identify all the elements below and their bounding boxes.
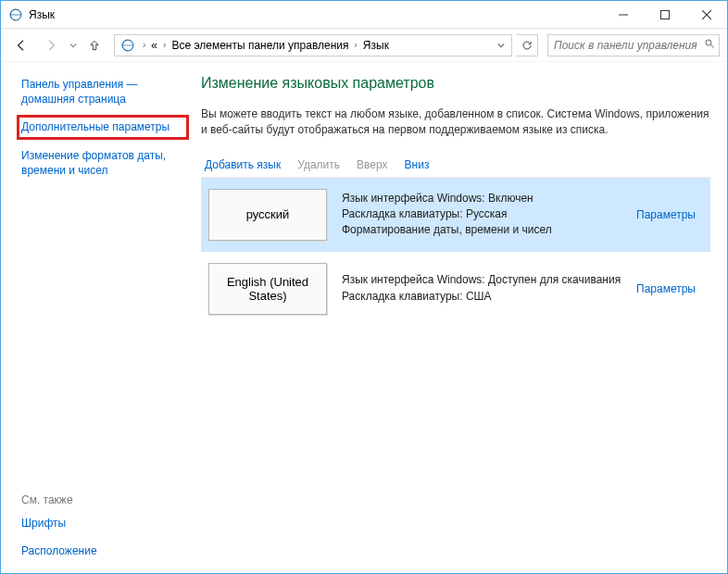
language-toolbar: Добавить язык Удалить Вверх Вниз <box>201 155 710 178</box>
language-info-line: Язык интерфейса Windows: Доступен для ск… <box>342 272 621 288</box>
language-name: English (United States) <box>213 275 322 303</box>
breadcrumb-leaf[interactable]: Язык <box>361 39 391 52</box>
refresh-button[interactable] <box>516 34 538 56</box>
svg-line-3 <box>702 10 711 19</box>
language-info: Язык интерфейса Windows: Включен Расклад… <box>342 191 621 239</box>
language-list: русский Язык интерфейса Windows: Включен… <box>201 178 710 326</box>
sidebar-advanced-link[interactable]: Дополнительные параметры <box>21 119 184 134</box>
move-up-button[interactable]: Вверх <box>357 158 387 171</box>
title-bar: Язык <box>1 1 727 29</box>
language-info: Язык интерфейса Windows: Доступен для ск… <box>342 272 621 305</box>
app-icon <box>8 7 23 22</box>
minimize-button[interactable] <box>602 1 644 28</box>
language-info-line: Раскладка клавиатуры: США <box>342 289 621 305</box>
breadcrumb-ellipsis[interactable]: « <box>149 39 159 52</box>
breadcrumb-field[interactable]: › « › Все элементы панели управления › Я… <box>114 34 512 56</box>
svg-line-7 <box>711 45 714 48</box>
language-info-line: Форматирование даты, времени и чисел <box>342 222 621 238</box>
svg-line-4 <box>702 10 711 19</box>
maximize-button[interactable] <box>644 1 685 28</box>
address-bar: › « › Все элементы панели управления › Я… <box>1 29 727 62</box>
svg-point-6 <box>706 40 711 45</box>
chevron-right-icon[interactable]: › <box>351 40 361 50</box>
language-name: русский <box>246 207 290 221</box>
page-description: Вы можете вводить текст на любом языке, … <box>201 106 710 138</box>
remove-language-button[interactable]: Удалить <box>297 158 340 171</box>
sidebar-formats-link[interactable]: Изменение форматов даты, времени и чисел <box>21 148 184 178</box>
window-title: Язык <box>29 8 55 21</box>
language-info-line: Раскладка клавиатуры: Русская <box>342 206 621 222</box>
language-info-line: Язык интерфейса Windows: Включен <box>342 191 621 206</box>
language-tile[interactable]: English (United States) <box>208 263 327 315</box>
control-panel-icon <box>120 38 135 53</box>
sidebar: Панель управления — домашняя страница До… <box>1 62 195 573</box>
search-input[interactable] <box>552 38 704 53</box>
breadcrumb-dropdown[interactable] <box>493 39 509 52</box>
main-content: Изменение языковых параметров Вы можете … <box>195 62 727 573</box>
language-row[interactable]: English (United States) Язык интерфейса … <box>201 252 710 326</box>
breadcrumb-root[interactable]: Все элементы панели управления <box>169 39 350 52</box>
chevron-right-icon[interactable]: › <box>159 40 169 50</box>
up-button[interactable] <box>82 33 107 57</box>
chevron-right-icon[interactable]: › <box>139 40 149 50</box>
move-down-button[interactable]: Вниз <box>405 158 430 171</box>
sidebar-location-link[interactable]: Расположение <box>21 543 184 558</box>
page-heading: Изменение языковых параметров <box>201 75 710 92</box>
sidebar-home-link[interactable]: Панель управления — домашняя страница <box>21 77 184 106</box>
add-language-button[interactable]: Добавить язык <box>205 158 281 171</box>
language-row[interactable]: русский Язык интерфейса Windows: Включен… <box>201 178 710 252</box>
language-options-link[interactable]: Параметры <box>636 282 703 295</box>
history-dropdown[interactable] <box>68 39 79 52</box>
search-box[interactable] <box>547 34 720 56</box>
language-tile[interactable]: русский <box>208 189 327 241</box>
language-options-link[interactable]: Параметры <box>636 208 703 221</box>
back-button[interactable] <box>8 33 34 57</box>
svg-rect-2 <box>660 10 669 19</box>
sidebar-fonts-link[interactable]: Шрифты <box>21 516 184 530</box>
search-icon[interactable] <box>704 38 715 52</box>
forward-button[interactable] <box>38 33 64 57</box>
see-also-label: См. также <box>21 493 184 506</box>
close-button[interactable] <box>685 1 727 28</box>
